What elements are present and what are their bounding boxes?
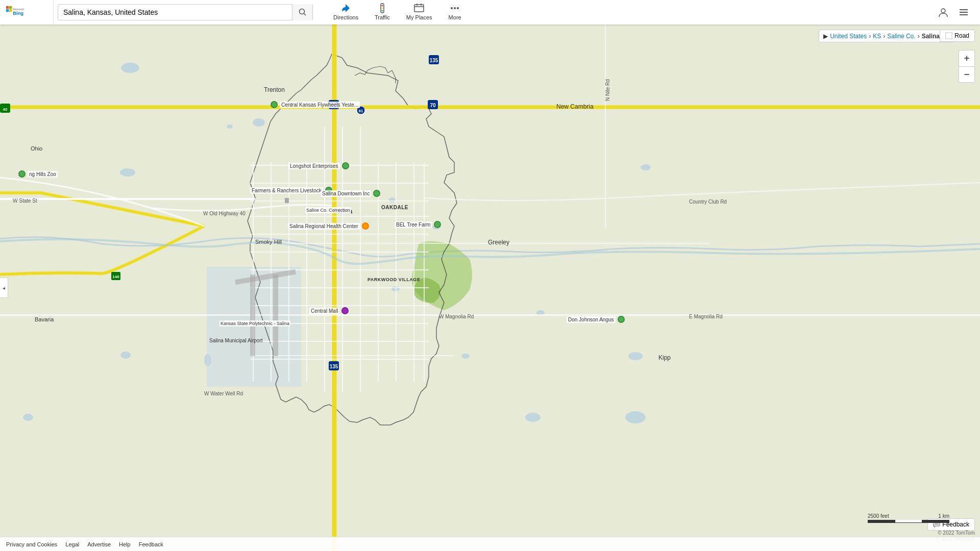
svg-rect-77 bbox=[360, 127, 361, 392]
svg-rect-79 bbox=[396, 162, 397, 382]
svg-point-27 bbox=[120, 352, 131, 359]
breadcrumb-saline[interactable]: Saline Co. bbox=[887, 33, 915, 40]
svg-point-39 bbox=[227, 124, 233, 129]
road-icon bbox=[945, 32, 952, 39]
map-container[interactable]: 70 135 135 40 81 140 135 bbox=[0, 24, 980, 551]
poi-farmers-ranchers[interactable]: Farmers & Ranchers Livestock bbox=[250, 187, 332, 194]
map-background: 70 135 135 40 81 140 135 bbox=[0, 24, 980, 551]
breadcrumb-bar: ▶ United States › KS › Saline Co. › Sali… bbox=[819, 30, 954, 42]
footer-feedback[interactable]: Feedback bbox=[139, 541, 163, 547]
search-area bbox=[58, 4, 313, 20]
poi-salina-regional[interactable]: Salina Regional Health Center bbox=[288, 222, 369, 230]
scale-label-left: 2500 feet bbox=[868, 513, 889, 519]
nav-more[interactable]: More bbox=[440, 0, 470, 24]
svg-point-17 bbox=[454, 7, 456, 9]
bing-logo: Microsoft Bing bbox=[6, 5, 47, 19]
sidebar-collapse-button[interactable]: ◂ bbox=[0, 278, 8, 298]
search-input[interactable] bbox=[58, 5, 292, 20]
svg-text:Bing: Bing bbox=[13, 11, 23, 16]
svg-point-26 bbox=[120, 168, 135, 177]
svg-text:70: 70 bbox=[430, 103, 436, 108]
scale-line bbox=[868, 520, 949, 523]
breadcrumb-expand-icon[interactable]: ▶ bbox=[823, 33, 828, 40]
account-button[interactable] bbox=[933, 2, 953, 22]
svg-point-10 bbox=[381, 8, 383, 9]
footer-privacy[interactable]: Privacy and Cookies bbox=[6, 541, 57, 547]
svg-point-29 bbox=[628, 352, 643, 360]
poi-icon-salina-downtown bbox=[373, 190, 380, 197]
svg-point-6 bbox=[299, 9, 304, 14]
poi-saline-correction[interactable]: Saline Co. Correction bbox=[305, 207, 351, 213]
road-button-label: Road bbox=[954, 32, 969, 39]
search-button[interactable] bbox=[292, 4, 312, 20]
poi-don-johnson-angus[interactable]: Don Johnson Angus bbox=[567, 316, 625, 323]
svg-point-18 bbox=[457, 7, 459, 9]
breadcrumb-ks[interactable]: KS bbox=[873, 33, 881, 40]
svg-point-11 bbox=[381, 10, 383, 12]
poi-icon-bel-tree-farm bbox=[434, 221, 441, 228]
nav-my-places[interactable]: My Places bbox=[398, 0, 440, 24]
svg-rect-91 bbox=[946, 33, 951, 38]
poi-kansas-state-poly[interactable]: Kansas State Polytechnic - Salina bbox=[219, 320, 290, 327]
copyright-tomtom: © 2022 TomTom bbox=[938, 530, 975, 536]
svg-rect-80 bbox=[413, 162, 414, 382]
svg-point-9 bbox=[381, 5, 383, 7]
search-icon bbox=[299, 8, 307, 16]
svg-rect-72 bbox=[271, 162, 272, 382]
road-button[interactable]: Road bbox=[940, 30, 975, 42]
poi-salina-downtown[interactable]: Salina Downtown Inc bbox=[321, 190, 380, 197]
poi-bel-tree-farm[interactable]: BEL Tree Farm bbox=[395, 221, 441, 228]
footer-help[interactable]: Help bbox=[119, 541, 131, 547]
directions-icon bbox=[340, 3, 351, 13]
poi-central-mall[interactable]: Central Mall bbox=[309, 307, 349, 314]
scale-bar: 2500 feet 1 km bbox=[868, 513, 949, 523]
poi-icon-longshot-enterprises bbox=[342, 162, 349, 169]
poi-longshot-enterprises[interactable]: Longshot Enterprises bbox=[288, 162, 349, 169]
svg-rect-64 bbox=[250, 252, 429, 253]
svg-text:81: 81 bbox=[359, 109, 363, 113]
poi-icon-rolling-hills-zoo bbox=[18, 170, 26, 178]
svg-rect-74 bbox=[306, 162, 307, 382]
svg-point-36 bbox=[461, 354, 470, 359]
nav-traffic[interactable]: Traffic bbox=[366, 0, 398, 24]
svg-text:135: 135 bbox=[330, 364, 338, 369]
svg-rect-85 bbox=[605, 24, 606, 229]
svg-rect-65 bbox=[250, 269, 429, 270]
breadcrumb-salina: Salina bbox=[922, 33, 940, 40]
svg-rect-0 bbox=[6, 6, 9, 9]
footer-legal[interactable]: Legal bbox=[65, 541, 79, 547]
nav-directions[interactable]: Directions bbox=[325, 0, 366, 24]
svg-rect-60 bbox=[250, 183, 429, 184]
traffic-icon bbox=[377, 3, 387, 13]
poi-rolling-hills-zoo[interactable]: ng Hills Zoo bbox=[18, 170, 58, 178]
scale-label-right: 1 km bbox=[938, 513, 949, 519]
svg-point-16 bbox=[451, 7, 453, 9]
svg-point-25 bbox=[253, 118, 265, 127]
svg-rect-87 bbox=[250, 274, 255, 356]
poi-icon-central-kansas-flywheels bbox=[271, 101, 278, 108]
account-icon bbox=[938, 7, 948, 17]
breadcrumb-us[interactable]: United States bbox=[830, 33, 867, 40]
poi-icon-salina-regional bbox=[362, 222, 369, 230]
svg-rect-62 bbox=[250, 216, 429, 217]
footer-advertise[interactable]: Advertise bbox=[87, 541, 111, 547]
svg-point-24 bbox=[121, 63, 139, 73]
svg-rect-70 bbox=[250, 359, 429, 360]
svg-text:Microsoft: Microsoft bbox=[13, 8, 24, 11]
svg-rect-12 bbox=[414, 5, 424, 12]
svg-rect-3 bbox=[9, 9, 12, 12]
svg-rect-23 bbox=[0, 24, 980, 551]
menu-button[interactable] bbox=[953, 2, 974, 22]
svg-line-7 bbox=[304, 14, 306, 16]
svg-point-28 bbox=[641, 164, 651, 170]
header: Microsoft Bing Directions bbox=[0, 0, 980, 24]
svg-text:135: 135 bbox=[430, 58, 438, 63]
zoom-in-button[interactable]: + bbox=[959, 50, 975, 66]
poi-icon-central-mall bbox=[341, 307, 349, 314]
poi-central-kansas-flywheels[interactable]: Central Kansas Flywheels Yeste... bbox=[271, 101, 360, 108]
zoom-out-button[interactable]: − bbox=[959, 66, 975, 83]
svg-rect-2 bbox=[6, 9, 9, 12]
header-right bbox=[933, 2, 980, 22]
svg-rect-43 bbox=[0, 106, 980, 109]
logo-area: Microsoft Bing bbox=[0, 0, 54, 24]
